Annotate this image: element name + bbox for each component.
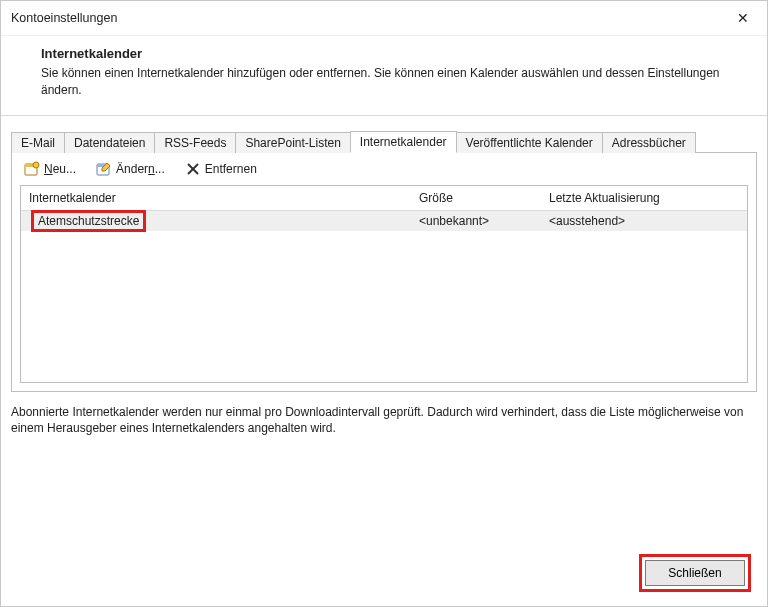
list-header: Internetkalender Größe Letzte Aktualisie… — [21, 186, 747, 211]
col-header-size[interactable]: Größe — [419, 191, 549, 205]
tab-email[interactable]: E-Mail — [11, 132, 65, 153]
col-header-name[interactable]: Internetkalender — [21, 191, 419, 205]
window-title: Kontoeinstellungen — [11, 11, 723, 25]
close-button[interactable]: Schließen — [645, 560, 745, 586]
remove-icon — [185, 161, 201, 177]
list-row[interactable]: Atemschutzstrecke <unbekannt> <ausstehen… — [21, 211, 747, 231]
toolbar: Neu... Ändern... — [12, 153, 756, 185]
calendar-change-icon — [96, 161, 112, 177]
toolbar-new-label: Neu... — [44, 162, 76, 176]
header: Internetkalender Sie können einen Intern… — [1, 36, 767, 105]
col-header-update[interactable]: Letzte Aktualisierung — [549, 191, 747, 205]
header-subtitle: Sie können einen Internetkalender hinzuf… — [41, 65, 727, 99]
cell-update: <ausstehend> — [549, 214, 747, 228]
titlebar: Kontoeinstellungen ✕ — [1, 1, 767, 36]
calendar-new-icon — [24, 161, 40, 177]
tab-addressbooks[interactable]: Adressbücher — [602, 132, 696, 153]
tabs-area: E-Mail Datendateien RSS-Feeds SharePoint… — [1, 116, 767, 392]
tab-published-calendar[interactable]: Veröffentlichte Kalender — [456, 132, 603, 153]
header-title: Internetkalender — [41, 46, 727, 61]
calendar-name-highlight: Atemschutzstrecke — [31, 210, 146, 232]
tab-sharepoint[interactable]: SharePoint-Listen — [235, 132, 350, 153]
toolbar-remove-label: Entfernen — [205, 162, 257, 176]
tabs: E-Mail Datendateien RSS-Feeds SharePoint… — [11, 128, 757, 153]
toolbar-new-button[interactable]: Neu... — [20, 159, 80, 179]
cell-size: <unbekannt> — [419, 214, 549, 228]
toolbar-change-label: Ändern... — [116, 162, 165, 176]
tab-panel: Neu... Ändern... — [11, 153, 757, 392]
window-close-button[interactable]: ✕ — [723, 4, 763, 32]
toolbar-change-button[interactable]: Ändern... — [92, 159, 169, 179]
close-button-highlight: Schließen — [639, 554, 751, 592]
tab-datafiles[interactable]: Datendateien — [64, 132, 155, 153]
tab-internet-calendar[interactable]: Internetkalender — [350, 131, 457, 153]
calendar-list[interactable]: Internetkalender Größe Letzte Aktualisie… — [20, 185, 748, 383]
info-text: Abonnierte Internetkalender werden nur e… — [1, 392, 767, 438]
footer: Schließen — [1, 554, 767, 606]
svg-point-2 — [33, 162, 39, 168]
toolbar-remove-button[interactable]: Entfernen — [181, 159, 261, 179]
close-icon: ✕ — [737, 10, 749, 26]
tab-rss[interactable]: RSS-Feeds — [154, 132, 236, 153]
account-settings-window: Kontoeinstellungen ✕ Internetkalender Si… — [0, 0, 768, 607]
